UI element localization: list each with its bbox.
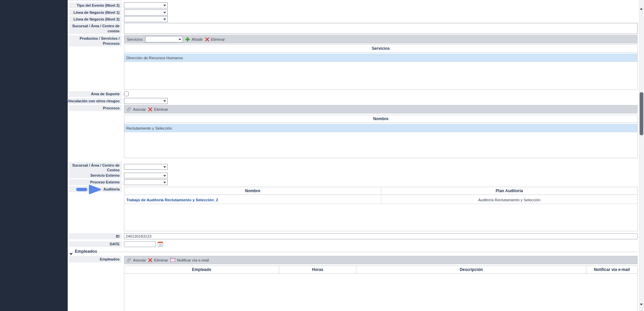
field-label-empleados: Empleados — [69, 256, 122, 263]
field-label-sucursal-texto: Sucursal / Área / Centro de costos — [69, 23, 122, 34]
annotation-arrow-icon — [89, 184, 101, 195]
procesos-table-header: Nombre — [124, 115, 638, 123]
procesos-toolbar: Asociar Eliminar — [124, 105, 638, 113]
auditoria-table-body: Trabajo de Auditoría Reclutamiento y Sel… — [124, 195, 638, 231]
date-input[interactable] — [124, 241, 156, 247]
scroll-up-icon[interactable] — [640, 2, 643, 5]
paperclip-icon — [127, 258, 131, 263]
sucursal-select[interactable] — [124, 164, 168, 170]
form-page: Tipo del Evento (Nivel 2) Línea de Negoc… — [0, 0, 644, 311]
servicios-picker-label: Servicios — [127, 37, 143, 41]
servicios-table-header: Servicios — [124, 44, 638, 53]
empleados-header-horas: Horas — [279, 266, 356, 274]
empleados-toolbar: Asociar Eliminar Notificar vía e-mail — [124, 256, 638, 264]
x-icon — [148, 258, 152, 262]
x-icon — [148, 107, 152, 111]
scroll-down-icon[interactable] — [640, 306, 643, 309]
eliminar-proceso-button[interactable]: Eliminar — [148, 107, 168, 111]
asociar-empleado-button[interactable]: Asociar — [127, 258, 146, 263]
sucursal-textarea[interactable] — [124, 23, 638, 34]
auditoria-trabajo-link[interactable]: Trabajo de Auditoría Reclutamiento y Sel… — [126, 198, 218, 202]
field-label-tipo-evento-n2: Tipo del Evento (Nivel 2) — [69, 2, 122, 8]
section-title-empleados: Empleados — [75, 249, 97, 254]
id-input[interactable] — [124, 233, 638, 239]
vinculacion-select-control[interactable] — [124, 99, 167, 104]
empleados-header-notificar: Notificar vía e-mail — [586, 266, 638, 274]
eliminar-empleado-button[interactable]: Eliminar — [148, 258, 168, 262]
linea-negocio-n2-select[interactable] — [124, 16, 168, 22]
field-label-productos: Productos / Servicios / Procesos — [69, 35, 122, 46]
proceso-externo-select-control[interactable] — [124, 181, 167, 186]
scrollbar[interactable] — [639, 0, 644, 311]
empleados-table-body — [124, 274, 638, 311]
field-label-servicio-externo: Servicio Externo — [69, 173, 122, 178]
eliminar-servicio-button[interactable]: Eliminar — [205, 37, 225, 41]
plus-icon — [185, 37, 190, 42]
field-label-procesos: Procesos — [69, 105, 122, 111]
envelope-icon — [170, 258, 175, 262]
annotation-dash — [76, 188, 87, 191]
asociar-proceso-button[interactable]: Asociar — [127, 107, 146, 112]
sidebar — [0, 0, 68, 311]
proceso-externo-select[interactable] — [124, 179, 168, 185]
notificar-email-button[interactable]: Notificar vía e-mail — [170, 258, 209, 262]
table-row-auditoria: Trabajo de Auditoría Reclutamiento y Sel… — [124, 196, 637, 204]
procesos-list: Reclutamiento y Selección — [124, 123, 638, 158]
field-label-vinculacion: Vinculación con otros riesgos — [69, 98, 122, 104]
vinculacion-select[interactable] — [124, 98, 168, 104]
field-label-sucursal-select: Sucursal / Área / Centro de Costos — [69, 162, 122, 173]
scrollbar-thumb[interactable] — [640, 92, 643, 135]
field-label-id: ID — [69, 233, 122, 239]
tipo-evento-n2-select-control[interactable] — [124, 3, 167, 9]
anadir-button[interactable]: Añadir — [185, 37, 203, 42]
field-label-linea-negocio-n1: Línea de Negocio (Nivel 1) — [69, 9, 122, 15]
svg-text:15: 15 — [159, 243, 162, 246]
sucursal-select-control[interactable] — [124, 165, 167, 170]
auditoria-table-header-row: Nombre Plan Auditoría — [124, 187, 638, 195]
empleados-header-descripcion: Descripción — [356, 266, 586, 274]
x-icon — [205, 37, 209, 41]
auditoria-plan-cell: Auditoría Reclutamiento y Selección — [381, 196, 637, 204]
cutoff-label-band — [69, 0, 122, 1]
servicio-externo-select-control[interactable] — [124, 174, 167, 179]
paperclip-icon — [127, 107, 131, 112]
list-item-servicio-selected[interactable]: Dirección de Recursos Humanos — [124, 54, 637, 62]
auditoria-nombre-cell: Trabajo de Auditoría Reclutamiento y Sel… — [124, 196, 381, 204]
productos-toolbar: Servicios Añadir Eliminar — [124, 35, 638, 43]
auditoria-header-plan: Plan Auditoría — [381, 187, 638, 195]
tipo-evento-n2-select[interactable] — [124, 2, 168, 8]
area-soporte-checkbox[interactable] — [124, 92, 129, 96]
servicios-list: Dirección de Recursos Humanos — [124, 53, 638, 90]
servicios-picker-select[interactable] — [145, 36, 183, 42]
auditoria-header-nombre: Nombre — [124, 187, 381, 195]
servicios-picker-select-control[interactable] — [146, 36, 183, 42]
calendar-icon[interactable]: 15 — [158, 241, 163, 247]
field-label-area-soporte: Área de Soporte — [69, 91, 122, 97]
section-divider — [96, 252, 638, 252]
empleados-table-header-row: Empleado Horas Descripción Notificar vía… — [124, 266, 638, 274]
linea-negocio-n1-select-control[interactable] — [124, 10, 167, 16]
field-label-date: DATE — [69, 241, 122, 247]
linea-negocio-n1-select[interactable] — [124, 9, 168, 15]
empleados-header-empleado: Empleado — [124, 266, 279, 274]
list-item-proceso-selected[interactable]: Reclutamiento y Selección — [124, 124, 637, 132]
field-label-linea-negocio-n2: Línea de Negocio (Nivel 2) — [69, 16, 122, 22]
servicio-externo-select[interactable] — [124, 173, 168, 178]
linea-negocio-n2-select-control[interactable] — [124, 17, 167, 23]
